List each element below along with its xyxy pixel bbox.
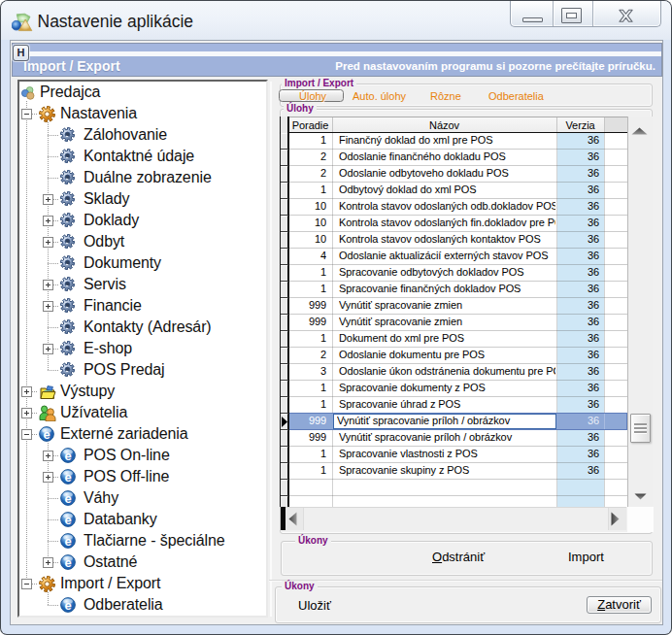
svg-text:e: e (65, 491, 72, 506)
svg-text:e: e (65, 513, 72, 527)
svg-text:e: e (44, 427, 50, 442)
svg-text:e: e (65, 534, 72, 549)
svg-text:e: e (65, 598, 72, 613)
svg-text:e: e (65, 555, 72, 570)
svg-text:e: e (65, 470, 72, 485)
svg-text:e: e (65, 449, 72, 463)
